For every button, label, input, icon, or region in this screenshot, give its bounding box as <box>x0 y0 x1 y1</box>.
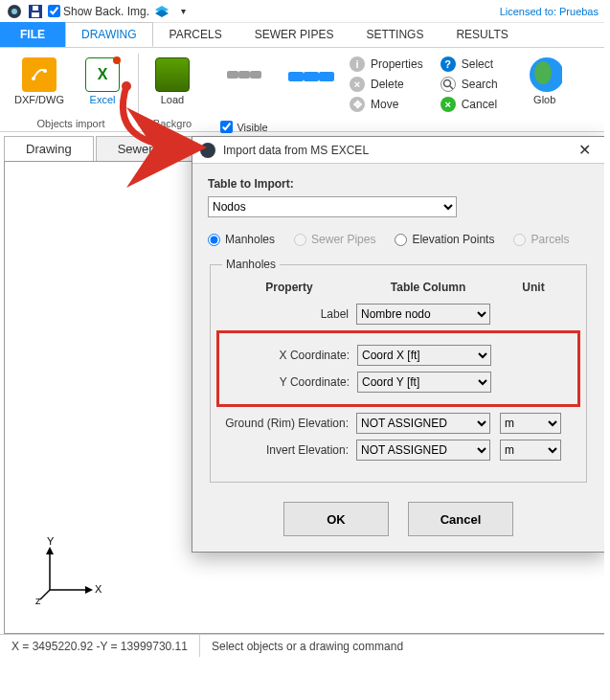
delete-command[interactable]: ×Delete <box>350 75 423 94</box>
screenshot-torn-edge <box>604 0 610 700</box>
commands-left-column: iProperties ×Delete ✥Move <box>350 54 423 115</box>
load-background-icon <box>155 57 190 92</box>
dialog-title: Import data from MS EXCEL <box>223 144 573 157</box>
radio-parcels: Parcels <box>513 233 569 246</box>
ycoord-property: Y Coordinate: <box>223 375 357 389</box>
invert-elev-column-select[interactable]: NOT ASSIGNED <box>356 440 490 461</box>
ribbon-panel: DXF/DWG X Excel Objects import Load Back… <box>0 48 610 132</box>
save-icon[interactable] <box>27 3 44 20</box>
properties-command[interactable]: iProperties <box>350 55 423 74</box>
ribbon-tabs: FILE DRAWING PARCELS SEWER PIPES SETTING… <box>0 23 610 48</box>
select-command[interactable]: ?Select <box>441 55 498 74</box>
header-property: Property <box>222 281 356 294</box>
import-excel-dialog: Import data from MS EXCEL ✕ Table to Imp… <box>192 136 605 553</box>
dialog-titlebar[interactable]: Import data from MS EXCEL ✕ <box>192 137 604 164</box>
row-ground-elev: Ground (Rim) Elevation: NOT ASSIGNED m <box>222 413 575 434</box>
dxf-dwg-button[interactable]: DXF/DWG <box>11 54 67 105</box>
entity-type-radios: Manholes Sewer Pipes Elevation Points Pa… <box>208 233 589 246</box>
radio-sewer-pipes: Sewer Pipes <box>294 233 375 246</box>
label-column-select[interactable]: Nombre nodo <box>356 304 490 325</box>
coord-highlight: X Coordinate: Coord X [ft] Y Coordinate:… <box>216 330 580 407</box>
svg-rect-4 <box>33 6 38 11</box>
grid-header: Property Table Column Unit <box>222 281 575 294</box>
layer-stack-gray-icon <box>227 57 261 92</box>
visible-checkbox[interactable]: Visible <box>220 121 267 133</box>
cancel-command[interactable]: ×Cancel <box>441 95 498 114</box>
svg-line-20 <box>40 590 50 599</box>
svg-point-10 <box>443 80 450 87</box>
quick-access-toolbar: Show Back. Img. ▾ Licensed to: Pruebas <box>0 0 610 23</box>
globe-button[interactable]: Glob <box>517 54 573 105</box>
globe-icon <box>528 57 562 92</box>
manholes-group-legend: Manholes <box>222 258 280 271</box>
dialog-close-button[interactable]: ✕ <box>573 141 597 159</box>
tab-drawing[interactable]: DRAWING <box>65 22 153 47</box>
header-table-column: Table Column <box>356 281 500 294</box>
blue-layers-button[interactable] <box>283 54 339 96</box>
show-back-img-toggle[interactable]: Show Back. Img. <box>48 3 149 20</box>
cancel-button[interactable]: Cancel <box>408 502 513 536</box>
xcoord-column-select[interactable]: Coord X [ft] <box>357 345 491 366</box>
tab-sewer-pipes[interactable]: SEWER PIPES <box>238 22 350 47</box>
svg-point-13 <box>534 61 552 84</box>
radio-elevation-points[interactable]: Elevation Points <box>395 233 494 246</box>
ground-elev-property: Ground (Rim) Elevation: <box>222 417 356 430</box>
ground-elev-unit-select[interactable]: m <box>500 413 561 434</box>
ycoord-column-select[interactable]: Coord Y [ft] <box>357 372 491 393</box>
question-icon: ? <box>441 56 456 72</box>
background-group-label: Backgro <box>139 118 206 129</box>
visible-label: Visible <box>237 122 267 133</box>
status-bar: X = 3495220.92 -Y = 13999730.11 Select o… <box>0 634 610 657</box>
visible-layers-button[interactable] <box>225 54 263 92</box>
move-command[interactable]: ✥Move <box>350 95 423 114</box>
svg-text:Y: Y <box>47 537 55 547</box>
layer-stack-blue-icon <box>288 57 334 96</box>
show-back-img-label: Show Back. Img. <box>63 5 149 18</box>
tab-settings[interactable]: SETTINGS <box>350 22 440 47</box>
load-background-button[interactable]: Load <box>145 54 200 105</box>
ok-button[interactable]: OK <box>283 502 389 536</box>
ground-elev-column-select[interactable]: NOT ASSIGNED <box>356 413 490 434</box>
svg-rect-3 <box>32 12 39 17</box>
objects-import-group-label: Objects import <box>4 118 138 129</box>
excel-icon: X <box>85 57 120 92</box>
svg-line-11 <box>450 86 453 89</box>
dialog-buttons: OK Cancel <box>208 502 589 536</box>
svg-marker-15 <box>46 547 54 554</box>
dxf-label: DXF/DWG <box>14 94 64 105</box>
load-label: Load <box>161 94 184 105</box>
row-invert-elev: Invert Elevation: NOT ASSIGNED m <box>222 440 575 461</box>
search-icon <box>441 77 456 92</box>
svg-marker-18 <box>85 586 93 594</box>
doc-tab-drawing[interactable]: Drawing <box>4 136 94 161</box>
move-icon: ✥ <box>350 97 365 112</box>
label-property: Label <box>222 307 356 321</box>
svg-rect-7 <box>28 65 51 84</box>
row-label: Label Nombre nodo <box>222 304 575 325</box>
row-ycoord: Y Coordinate: Coord Y [ft] <box>223 372 574 393</box>
license-label: Licensed to: Pruebas <box>500 6 599 17</box>
excel-import-button[interactable]: X Excel <box>75 54 130 105</box>
tab-file[interactable]: FILE <box>0 22 65 47</box>
table-to-import-label: Table to Import: <box>208 177 589 191</box>
tab-results[interactable]: RESULTS <box>440 22 524 47</box>
svg-text:z: z <box>35 595 41 604</box>
row-xcoord: X Coordinate: Coord X [ft] <box>223 345 574 366</box>
cancel-x-icon: × <box>441 97 456 112</box>
search-command[interactable]: Search <box>441 75 498 94</box>
invert-elev-unit-select[interactable]: m <box>500 440 561 461</box>
excel-label: Excel <box>90 94 116 105</box>
dxf-icon <box>22 57 56 92</box>
tab-parcels[interactable]: PARCELS <box>153 22 238 47</box>
delete-x-icon: × <box>350 77 365 92</box>
table-to-import-select[interactable]: Nodos <box>208 196 457 217</box>
qat-dropdown-icon[interactable]: ▾ <box>174 3 192 20</box>
invert-elev-property: Invert Elevation: <box>222 443 356 457</box>
dialog-app-icon <box>200 143 215 158</box>
app-icon <box>6 3 23 20</box>
manholes-group: Manholes Property Table Column Unit Labe… <box>210 258 587 483</box>
status-coords: X = 3495220.92 -Y = 13999730.11 <box>0 635 200 657</box>
layers-qat-icon[interactable] <box>153 3 170 20</box>
radio-manholes[interactable]: Manholes <box>208 233 275 246</box>
status-hint: Select objects or a drawing command <box>200 635 610 657</box>
